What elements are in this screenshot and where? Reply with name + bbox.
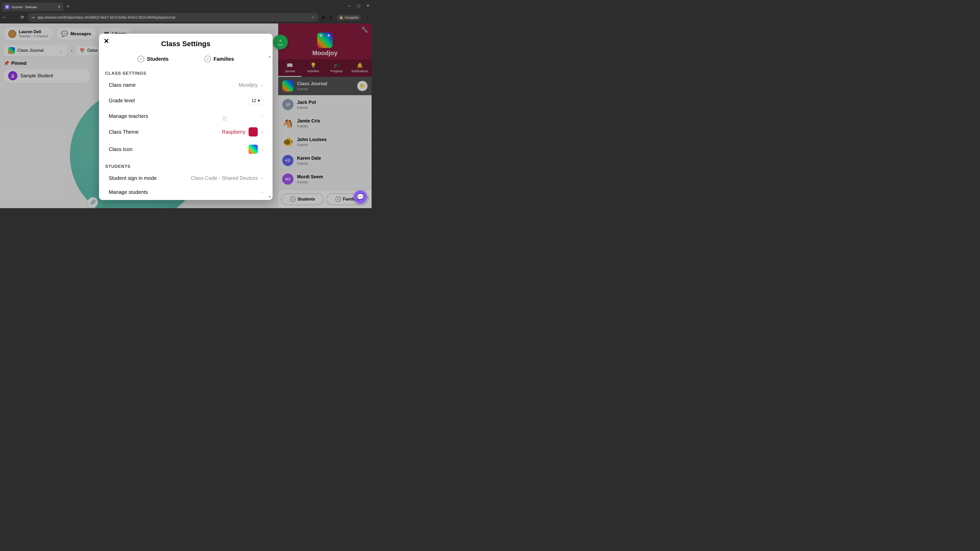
chat-icon: 💬 bbox=[356, 193, 364, 200]
setting-signin-mode[interactable]: Student sign in mode Class Code - Shared… bbox=[105, 171, 266, 185]
reload-icon[interactable]: ⟳ bbox=[21, 14, 24, 20]
setting-grade-level[interactable]: Grade level 12 ▾ bbox=[105, 92, 266, 109]
theme-color-swatch bbox=[248, 127, 258, 137]
bookmark-star-icon[interactable]: ☆ bbox=[311, 15, 315, 19]
modal-tabs: + Students + Families bbox=[99, 52, 272, 67]
setting-label: Grade level bbox=[109, 98, 248, 103]
setting-manage-students[interactable]: Manage students › bbox=[105, 185, 266, 199]
back-icon[interactable]: ← bbox=[2, 15, 6, 20]
incognito-icon: 🕵️ bbox=[339, 16, 343, 19]
setting-value: Class Code - Shared Devices bbox=[191, 175, 258, 181]
setting-manage-teachers[interactable]: Manage teachers › bbox=[105, 109, 266, 123]
nav-buttons: ← → ⟳ bbox=[2, 14, 24, 20]
toolbar-right: ⊞ ▯ 🕵️ Incognito ⋮ bbox=[322, 14, 369, 21]
modal-tab-families-label: Families bbox=[213, 56, 234, 62]
close-icon[interactable]: ✕ bbox=[103, 37, 109, 45]
setting-value: Raspberry bbox=[222, 129, 245, 135]
close-window-icon[interactable]: ✕ bbox=[366, 3, 369, 8]
new-tab-button[interactable]: + bbox=[66, 3, 69, 10]
maximize-icon[interactable]: ▢ bbox=[357, 3, 360, 8]
plus-circle-icon: + bbox=[204, 56, 211, 62]
setting-label: Manage students bbox=[109, 189, 258, 195]
modal-title: Class Settings bbox=[99, 34, 272, 52]
side-panel-icon[interactable]: ▯ bbox=[330, 15, 332, 20]
chevron-right-icon: › bbox=[261, 129, 263, 135]
setting-label: Manage teachers bbox=[109, 113, 258, 119]
setting-value: Moodjoy bbox=[239, 82, 258, 88]
chevron-right-icon: › bbox=[261, 189, 263, 195]
setting-label: Class Theme bbox=[109, 129, 222, 135]
extensions-icon[interactable]: ⊞ bbox=[322, 15, 325, 20]
chevron-right-icon: › bbox=[261, 176, 263, 181]
setting-label: Student sign in mode bbox=[109, 175, 191, 181]
scroll-down-arrow-icon[interactable]: ▾ bbox=[269, 195, 270, 198]
setting-label: Class Icon bbox=[109, 146, 245, 152]
help-chat-button[interactable]: 💬 bbox=[354, 190, 367, 203]
site-info-icon[interactable]: ⊶ bbox=[32, 15, 35, 19]
kebab-menu-icon[interactable]: ⋮ bbox=[366, 15, 369, 20]
modal-body[interactable]: CLASS SETTINGS Class name Moodjoy › Grad… bbox=[99, 67, 272, 200]
modal-tab-students-label: Students bbox=[147, 56, 169, 62]
browser-tab-strip: S Journal - Seesaw × + — ▢ ✕ bbox=[0, 0, 372, 11]
incognito-badge[interactable]: 🕵️ Incognito bbox=[337, 14, 361, 21]
scroll-up-arrow-icon[interactable]: ▴ bbox=[269, 55, 270, 58]
url-text: app.seesaw.me/#/class/class.e01bf4c2-9a2… bbox=[38, 15, 309, 19]
section-students: STUDENTS bbox=[105, 164, 266, 169]
chevron-right-icon: › bbox=[261, 147, 263, 152]
plus-circle-icon: + bbox=[138, 56, 144, 62]
address-bar[interactable]: ⊶ app.seesaw.me/#/class/class.e01bf4c2-9… bbox=[27, 13, 319, 22]
setting-class-icon[interactable]: Class Icon › bbox=[105, 141, 266, 158]
setting-class-theme[interactable]: Class Theme Raspberry › bbox=[105, 123, 266, 141]
grade-dropdown[interactable]: 12 ▾ bbox=[248, 96, 263, 105]
modal-tab-families[interactable]: + Families bbox=[204, 56, 234, 62]
incognito-label: Incognito bbox=[345, 16, 358, 19]
grade-value: 12 bbox=[251, 98, 256, 103]
class-settings-modal: ✕ Class Settings ▴ + Students + Families… bbox=[99, 34, 272, 200]
browser-tab[interactable]: S Journal - Seesaw × bbox=[2, 3, 63, 11]
window-controls: — ▢ ✕ bbox=[347, 3, 369, 8]
minimize-icon[interactable]: — bbox=[347, 3, 351, 8]
tab-title: Journal - Seesaw bbox=[11, 5, 37, 9]
seesaw-favicon: S bbox=[5, 5, 9, 9]
browser-toolbar: ← → ⟳ ⊶ app.seesaw.me/#/class/class.e01b… bbox=[0, 11, 372, 24]
class-icon-swatch bbox=[248, 144, 258, 154]
forward-icon: → bbox=[11, 15, 16, 20]
setting-class-name[interactable]: Class name Moodjoy › bbox=[105, 78, 266, 92]
chevron-right-icon: › bbox=[261, 114, 263, 119]
modal-tab-students[interactable]: + Students bbox=[138, 56, 169, 62]
close-tab-icon[interactable]: × bbox=[58, 5, 60, 9]
caret-down-icon: ▾ bbox=[258, 98, 260, 103]
setting-label: Class name bbox=[109, 82, 239, 88]
section-class-settings: CLASS SETTINGS bbox=[105, 71, 266, 76]
chevron-right-icon: › bbox=[261, 83, 263, 88]
